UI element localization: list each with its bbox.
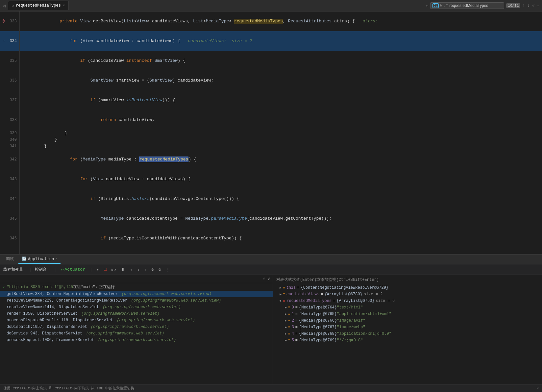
- var-rmt-3-str: "image/webp": [337, 325, 365, 330]
- code-line-333: @ 333 private View getBestView(List<View…: [0, 12, 542, 31]
- var-cv-arrow[interactable]: ▶: [280, 292, 282, 296]
- stack-fn-5: doDispatch:1057, DispatcherServlet: [7, 325, 89, 329]
- var-rmt-name: requestedMediaTypes: [286, 299, 332, 303]
- gutter-341: 341: [0, 143, 20, 150]
- filter-search-btn[interactable]: ⚡: [532, 3, 534, 9]
- undo-icon[interactable]: ↩: [426, 3, 428, 9]
- gutter-339: 339: [0, 130, 20, 136]
- var-rmt-3[interactable]: ▶ ≡ 3 = {MediaType@6767} "image/webp": [273, 324, 542, 331]
- code-line-338: 338 return candidateView;: [0, 110, 542, 130]
- stack-frame-2[interactable]: resolveViewName:1414, DispatcherServlet …: [0, 304, 273, 310]
- code-line-337: 337 if (smartView.isRedirectView()) {: [0, 90, 542, 110]
- stack-frame-0[interactable]: getBestView:334, ContentNegotiatingViewR…: [0, 291, 273, 297]
- stack-frame-1[interactable]: resolveViewName:229, ContentNegotiatingV…: [0, 297, 273, 304]
- regex-btn[interactable]: .*: [444, 4, 448, 8]
- stack-pkg-7: (org.springframework.web.servlet): [98, 338, 176, 342]
- code-line-344: 344 if (StringUtils.hasText(candidateVie…: [0, 189, 542, 209]
- var-rmt-0-icon: ≡: [288, 306, 290, 309]
- stack-pkg-3: (org.springframework.web.servlet): [81, 311, 160, 316]
- stop-btn[interactable]: □: [103, 266, 108, 273]
- step-into-btn[interactable]: ⇓: [136, 266, 141, 273]
- tab-requestedmediatypes[interactable]: ⊙ requestedMediaTypes ×: [8, 1, 68, 10]
- var-rmt-1-name: 1: [292, 312, 294, 316]
- thread-item[interactable]: ✓ "http-nio-8080-exec-1"@5,145 在组"main":…: [0, 283, 273, 291]
- stack-fn-7: processRequest:1006, FrameworkServlet: [7, 338, 97, 342]
- var-rmt-2-arrow[interactable]: ▶: [285, 319, 287, 323]
- search-input[interactable]: [449, 3, 502, 8]
- tab-close-btn[interactable]: ×: [63, 4, 65, 8]
- case-sensitive-btn[interactable]: Cc: [432, 3, 439, 8]
- step-over-btn[interactable]: ⇑: [129, 266, 134, 273]
- var-rmt-5-name: 5: [292, 338, 294, 343]
- search-down-btn[interactable]: ↓: [527, 3, 530, 8]
- var-rmt-1[interactable]: ▶ ≡ 1 = {MediaType@6765} "application/xh…: [273, 311, 542, 317]
- var-rmt-5-arrow[interactable]: ▶: [285, 338, 287, 342]
- var-rmt-4-name: 4: [292, 331, 294, 336]
- application-tab-close[interactable]: ×: [55, 257, 57, 261]
- var-rmt-0[interactable]: ▶ ≡ 0 = {MediaType@6764} "text/html": [273, 304, 542, 311]
- tab-application[interactable]: 🔄 Application ×: [18, 255, 61, 264]
- var-rmt-4-arrow[interactable]: ▶: [285, 332, 287, 336]
- toolbar-console-label[interactable]: 控制台: [35, 267, 47, 272]
- tab-bar: ◁ ⊙ requestedMediaTypes × ↩ Cc W .* 10/1…: [0, 0, 542, 12]
- mute-btn[interactable]: ⊘: [150, 266, 155, 273]
- resume-btn[interactable]: ↩: [96, 266, 101, 273]
- code-line-342: 342 for (MediaType mediaType : requested…: [0, 150, 542, 169]
- var-this[interactable]: ▶ ≡ this = {ContentNegotiatingViewResolv…: [273, 284, 542, 291]
- bottom-hint-text: 使用 Ctrl+Alt+向上箭头 和 Ctrl+Alt+向下箭头 从 IDE 中…: [3, 386, 134, 391]
- stack-frame-4[interactable]: processDispatchResult:1118, DispatcherSe…: [0, 317, 273, 324]
- stack-frame-7[interactable]: processRequest:1006, FrameworkServlet (o…: [0, 337, 273, 343]
- clear-btn[interactable]: ⊘: [157, 266, 162, 273]
- stack-frame-5[interactable]: doDispatch:1057, DispatcherServlet (org.…: [0, 324, 273, 330]
- var-rmt-2-val: {MediaType@6766}: [299, 318, 337, 323]
- var-requestedmediatypes[interactable]: ▶ ⊙ requestedMediaTypes = {ArrayList@676…: [273, 298, 542, 304]
- thread-name: "http-nio-8080-exec-1"@5,145: [7, 285, 73, 289]
- pause-btn[interactable]: ⏸: [120, 266, 127, 273]
- var-rmt-0-arrow[interactable]: ▶: [285, 306, 287, 309]
- stack-fn-4: processDispatchResult:1118, DispatcherSe…: [7, 318, 115, 323]
- var-rmt-4-icon: ≡: [288, 332, 290, 336]
- gutter-340: 340: [0, 136, 20, 143]
- search-up-btn[interactable]: ↑: [522, 3, 525, 8]
- stack-frame-3[interactable]: render:1350, DispatcherServlet (org.spri…: [0, 310, 273, 317]
- word-btn[interactable]: W: [440, 4, 442, 8]
- line-content-335: if (candidateView instanceof SmartView) …: [20, 51, 542, 71]
- stack-frame-6[interactable]: doService:943, DispatcherServlet (org.sp…: [0, 330, 273, 337]
- more-search-btn[interactable]: ⋯: [537, 3, 539, 9]
- code-editor[interactable]: @ 333 private View getBestView(List<View…: [0, 12, 542, 254]
- var-rmt-5[interactable]: ▶ ≡ 5 = {MediaType@6769} "*/*;q=0.8": [273, 337, 542, 344]
- var-rmt-4[interactable]: ▶ ≡ 4 = {MediaType@6768} "application/xm…: [273, 331, 542, 337]
- var-candidateviews[interactable]: ▶ ≡ candidateViews = {ArrayList@6780} si…: [273, 291, 542, 298]
- bottom-hint-close[interactable]: ×: [536, 386, 539, 390]
- run-btn[interactable]: ▷▷: [110, 266, 118, 273]
- line-content-340: }: [20, 136, 542, 143]
- gutter-344: 344: [0, 189, 20, 209]
- var-rmt-arrow[interactable]: ▶: [279, 300, 283, 302]
- var-rmt-3-arrow[interactable]: ▶: [285, 325, 287, 329]
- gutter-334: → 334: [0, 31, 20, 51]
- toolbar-threads-label[interactable]: 线程和变量: [3, 267, 23, 272]
- debug-tab-label: 调试: [6, 256, 14, 262]
- debug-tab-bar: 调试 🔄 Application ×: [0, 255, 542, 264]
- code-line-341: 341 }: [0, 143, 542, 150]
- more-btn[interactable]: ⋮: [164, 266, 171, 273]
- actuator-btn[interactable]: ↩ Actuator: [60, 266, 86, 273]
- stack-pkg-6: (org.springframework.web.servlet): [86, 331, 164, 336]
- threads-panel: ⚡ ∨ ✓ "http-nio-8080-exec-1"@5,145 在组"ma…: [0, 275, 273, 384]
- filter-icon[interactable]: ⚡: [263, 276, 265, 282]
- var-rmt-val: {ArrayList@6760}: [336, 299, 374, 303]
- var-rmt-2[interactable]: ▶ ≡ 2 = {MediaType@6766} "image/avif": [273, 317, 542, 324]
- var-cv-eq: =: [321, 292, 323, 297]
- expand-icon[interactable]: ∨: [267, 276, 270, 282]
- tab-debug[interactable]: 调试: [3, 255, 17, 264]
- var-rmt-3-name: 3: [292, 325, 294, 330]
- var-this-arrow[interactable]: ▶: [280, 286, 282, 290]
- step-out-btn[interactable]: ⇑: [143, 266, 148, 273]
- var-rmt-3-icon: ≡: [288, 325, 290, 329]
- line-content-336: SmartView smartView = (SmartView) candid…: [20, 71, 542, 90]
- tab-nav-back[interactable]: ◁: [3, 3, 5, 9]
- var-rmt-1-icon: ≡: [288, 312, 290, 316]
- stack-pkg-5: (org.springframework.web.servlet): [91, 325, 169, 329]
- gutter-337: 337: [0, 90, 20, 110]
- var-rmt-1-arrow[interactable]: ▶: [285, 312, 287, 316]
